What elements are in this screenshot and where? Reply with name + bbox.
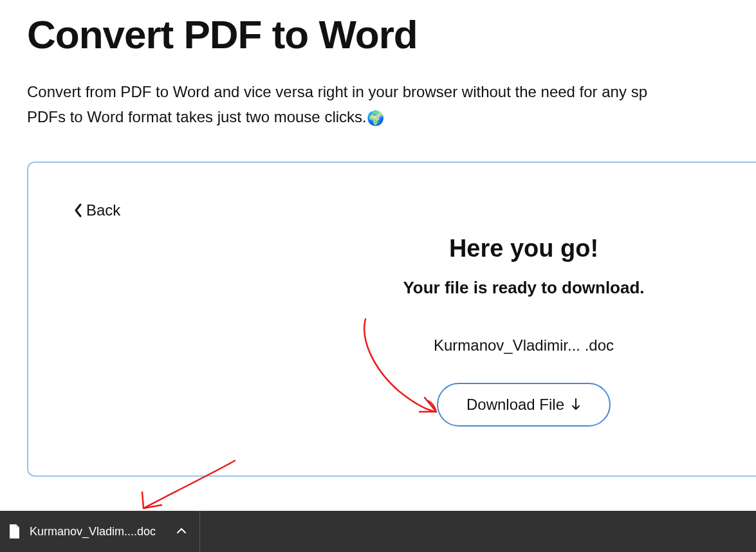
download-arrow-icon xyxy=(571,398,581,412)
result-area: Here you go! Your file is ready to downl… xyxy=(344,235,704,427)
page-description: Convert from PDF to Word and vice versa … xyxy=(27,80,756,129)
download-button-label: Download File xyxy=(466,396,564,414)
back-label: Back xyxy=(86,201,120,219)
description-line-1: Convert from PDF to Word and vice versa … xyxy=(27,83,647,100)
chevron-left-icon xyxy=(73,203,82,218)
download-file-button[interactable]: Download File xyxy=(437,383,611,427)
chevron-up-icon[interactable] xyxy=(176,526,187,537)
browser-download-bar: Kurmanov_Vladim....doc xyxy=(0,511,756,552)
ready-text: Your file is ready to download. xyxy=(344,278,704,298)
description-line-2: PDFs to Word format takes just two mouse… xyxy=(27,108,367,125)
download-item[interactable]: Kurmanov_Vladim....doc xyxy=(0,511,200,552)
globe-icon: 🌍 xyxy=(367,107,384,129)
converted-filename: Kurmanov_Vladimir... .doc xyxy=(344,336,704,354)
back-button[interactable]: Back xyxy=(73,201,120,219)
result-card: Back Here you go! Your file is ready to … xyxy=(27,161,756,477)
download-item-filename: Kurmanov_Vladim....doc xyxy=(30,525,156,538)
page-title: Convert PDF to Word xyxy=(27,13,756,57)
success-heading: Here you go! xyxy=(344,235,704,262)
file-doc-icon xyxy=(8,524,21,539)
